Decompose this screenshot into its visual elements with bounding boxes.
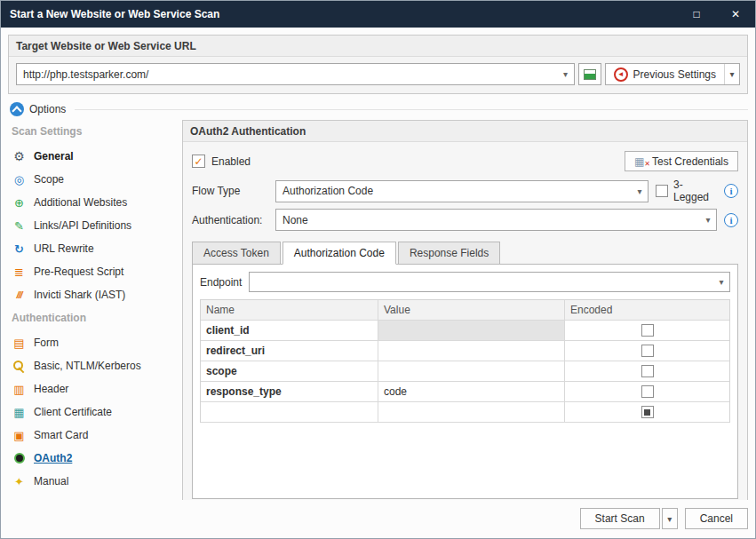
cancel-button[interactable]: Cancel bbox=[685, 508, 748, 529]
sidebar-item-label: Additional Websites bbox=[34, 196, 127, 209]
param-value-cell[interactable] bbox=[378, 402, 565, 423]
flow-type-label: Flow Type bbox=[192, 185, 268, 197]
three-legged-label: 3-Legged bbox=[673, 178, 717, 203]
tab-response-fields[interactable]: Response Fields bbox=[398, 242, 500, 265]
sidebar-item-label: Manual bbox=[34, 475, 68, 487]
parameters-table: Name Value Encoded client_id ✓ bbox=[200, 299, 730, 423]
previous-settings-button[interactable]: ◄ Previous Settings bbox=[606, 64, 724, 84]
param-value-cell[interactable] bbox=[378, 361, 565, 382]
sidebar-item-manual[interactable]: ✦ Manual bbox=[10, 470, 175, 493]
start-scan-dialog: Start a New Website or Web Service Scan … bbox=[0, 0, 756, 539]
table-row[interactable]: client_id ✓ bbox=[201, 321, 729, 341]
sidebar-item-label: Basic, NTLM/Kerberos bbox=[34, 360, 141, 372]
enabled-checkbox[interactable]: ✓ bbox=[192, 155, 205, 168]
close-button[interactable]: ✕ bbox=[716, 1, 755, 28]
tab-strip: Access Token Authorization Code Response… bbox=[192, 242, 738, 265]
param-value-cell[interactable] bbox=[378, 341, 565, 361]
sidebar-item-scope[interactable]: ◎ Scope bbox=[10, 168, 175, 191]
chevron-down-icon[interactable]: ▾ bbox=[713, 277, 729, 287]
sidebar-item-pre-request-script[interactable]: ≣ Pre-Request Script bbox=[10, 260, 175, 283]
start-scan-dropdown[interactable]: ▾ bbox=[662, 508, 678, 529]
sidebar-item-form[interactable]: ▤ Form bbox=[10, 331, 175, 354]
script-icon: ≣ bbox=[12, 266, 27, 278]
previous-settings-dropdown[interactable]: ▾ bbox=[724, 64, 739, 84]
options-expander[interactable]: Options bbox=[10, 102, 748, 116]
sidebar-item-client-certificate[interactable]: ▦ Client Certificate bbox=[10, 400, 175, 424]
table-row[interactable]: redirect_uri ✓ bbox=[201, 341, 729, 361]
table-row[interactable]: response_type code ✓ bbox=[201, 382, 729, 402]
sidebar-item-label: URL Rewrite bbox=[34, 242, 94, 255]
three-legged-checkbox[interactable]: ✓ bbox=[656, 185, 668, 197]
sidebar-item-header[interactable]: ▥ Header bbox=[10, 377, 175, 400]
globe-plus-icon: ⊕ bbox=[12, 197, 27, 209]
sidebar-item-general[interactable]: ⚙ General bbox=[10, 145, 175, 168]
flow-type-info-icon[interactable]: i bbox=[724, 184, 738, 198]
sidebar-header-authentication: Authentication bbox=[12, 312, 175, 324]
column-header-name: Name bbox=[201, 300, 378, 321]
oauth2-tab-area: Access Token Authorization Code Response… bbox=[192, 242, 738, 499]
sidebar-item-label: Scope bbox=[34, 173, 64, 186]
chevron-down-icon[interactable]: ▾ bbox=[700, 215, 716, 225]
sidebar-item-additional-websites[interactable]: ⊕ Additional Websites bbox=[10, 191, 175, 214]
sidebar-item-label: Form bbox=[34, 337, 59, 349]
param-value-cell[interactable]: code bbox=[378, 382, 565, 402]
table-row[interactable]: scope ✓ bbox=[201, 361, 729, 382]
oauth2-panel: OAuth2 Authentication ✓ Enabled ▦ ✕ bbox=[182, 120, 748, 500]
maximize-button[interactable]: □ bbox=[677, 1, 716, 28]
sidebar-item-smart-card[interactable]: ▣ Smart Card bbox=[10, 424, 175, 447]
param-name-cell[interactable]: redirect_uri bbox=[201, 341, 378, 361]
target-url-dropdown-icon[interactable]: ▾ bbox=[558, 69, 574, 79]
chevron-down-icon: ▾ bbox=[729, 69, 734, 79]
param-name-cell[interactable]: client_id bbox=[201, 321, 378, 341]
start-scan-button[interactable]: Start Scan bbox=[580, 508, 660, 529]
sidebar-item-oauth2[interactable]: OAuth2 bbox=[10, 447, 175, 470]
sidebar-item-label: Header bbox=[34, 383, 68, 395]
sidebar-item-url-rewrite[interactable]: ↻ URL Rewrite bbox=[10, 237, 175, 260]
oauth2-icon bbox=[12, 453, 27, 464]
certificate-icon: ▦ bbox=[12, 407, 27, 418]
sidebar-item-label: General bbox=[34, 150, 74, 162]
encoded-checkbox[interactable]: ✓ bbox=[641, 385, 654, 398]
encoded-checkbox[interactable]: ✓ bbox=[641, 345, 654, 357]
flow-type-combobox[interactable]: Authorization Code ▾ bbox=[275, 180, 649, 202]
param-name-cell[interactable] bbox=[201, 402, 378, 423]
encoded-checkbox[interactable]: ✓ bbox=[641, 406, 654, 418]
sidebar-item-label: Smart Card bbox=[34, 429, 88, 441]
sidebar-header-scan-settings: Scan Settings bbox=[12, 125, 175, 138]
link-pencil-icon: ✎ bbox=[12, 220, 27, 232]
encoded-checkbox[interactable]: ✓ bbox=[641, 365, 654, 377]
scope-target-icon: ◎ bbox=[12, 174, 27, 186]
dialog-footer: Start Scan ▾ Cancel bbox=[8, 500, 748, 531]
encoded-checkbox[interactable]: ✓ bbox=[641, 324, 654, 337]
target-url-combobox[interactable]: http://php.testsparker.com/ ▾ bbox=[16, 63, 575, 85]
test-credentials-button[interactable]: ▦ ✕ Test Credentials bbox=[625, 151, 738, 171]
enabled-label: Enabled bbox=[211, 155, 251, 168]
authentication-label: Authentication: bbox=[192, 214, 268, 226]
start-scan-label: Start Scan bbox=[595, 512, 645, 525]
collapse-chevron-icon[interactable] bbox=[10, 102, 24, 116]
close-icon: ✕ bbox=[731, 8, 740, 20]
column-header-value: Value bbox=[378, 300, 565, 321]
key-icon bbox=[12, 361, 27, 372]
options-label: Options bbox=[29, 103, 66, 115]
param-name-cell[interactable]: response_type bbox=[201, 382, 378, 402]
authentication-combobox[interactable]: None ▾ bbox=[275, 209, 717, 231]
param-value-cell[interactable] bbox=[378, 321, 565, 341]
sidebar-item-basic-ntlm-kerberos[interactable]: Basic, NTLM/Kerberos bbox=[10, 354, 175, 377]
sidebar-item-links-api-definitions[interactable]: ✎ Links/API Definitions bbox=[10, 214, 175, 237]
open-in-browser-icon bbox=[584, 69, 596, 80]
endpoint-row: Endpoint ▾ bbox=[200, 272, 730, 292]
chevron-down-icon[interactable]: ▾ bbox=[632, 186, 648, 196]
table-row-new[interactable]: ✓ bbox=[201, 402, 729, 423]
chevron-down-icon: ▾ bbox=[667, 514, 672, 524]
check-icon: ✓ bbox=[194, 156, 203, 167]
param-name-cell[interactable]: scope bbox=[201, 361, 378, 382]
sidebar-item-invicti-shark[interactable]: /// Invicti Shark (IAST) bbox=[10, 283, 175, 306]
authentication-info-icon[interactable]: i bbox=[724, 213, 738, 227]
tab-access-token[interactable]: Access Token bbox=[192, 242, 281, 265]
rewrite-arrows-icon: ↻ bbox=[12, 243, 27, 255]
sidebar-item-label: Pre-Request Script bbox=[34, 266, 123, 278]
endpoint-combobox[interactable]: ▾ bbox=[249, 272, 730, 292]
tab-authorization-code[interactable]: Authorization Code bbox=[283, 242, 396, 265]
open-in-browser-button[interactable] bbox=[578, 63, 601, 85]
